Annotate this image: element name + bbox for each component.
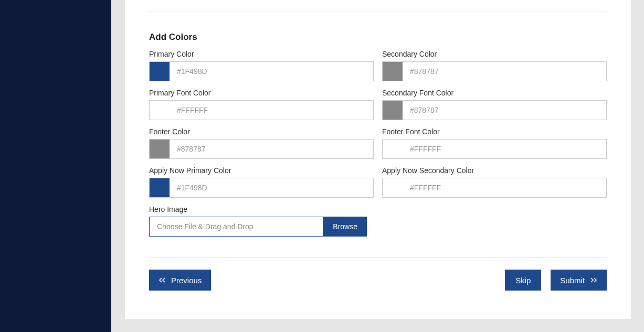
apply-secondary-color-input[interactable] xyxy=(403,178,606,197)
secondary-font-color-input[interactable] xyxy=(403,101,606,120)
skip-button-label: Skip xyxy=(515,276,531,285)
secondary-color-input[interactable] xyxy=(403,62,606,81)
primary-color-swatch[interactable] xyxy=(150,62,170,81)
primary-color-label: Primary Color xyxy=(149,50,374,58)
hero-image-label: Hero Image xyxy=(149,205,374,213)
apply-primary-color-swatch[interactable] xyxy=(150,178,170,197)
footer-color-input[interactable] xyxy=(170,140,373,158)
submit-button[interactable]: Submit xyxy=(551,270,607,291)
footer-color-swatch[interactable] xyxy=(150,140,170,158)
secondary-font-color-swatch[interactable] xyxy=(383,101,403,120)
section-title: Add Colors xyxy=(149,32,607,42)
footer-color-field[interactable] xyxy=(149,139,374,159)
apply-secondary-color-field[interactable] xyxy=(382,178,607,198)
sidebar-nav xyxy=(0,0,111,332)
hero-image-placeholder: Choose File & Drag and Drop xyxy=(157,222,254,231)
secondary-font-color-label: Secondary Font Color xyxy=(382,89,607,97)
footer-font-color-input[interactable] xyxy=(403,140,606,158)
chevron-double-left-icon xyxy=(159,277,166,283)
footer-color-label: Footer Color xyxy=(149,127,374,136)
apply-primary-color-input[interactable] xyxy=(170,178,373,197)
submit-button-label: Submit xyxy=(560,276,585,285)
secondary-color-swatch[interactable] xyxy=(383,62,403,81)
primary-font-color-swatch[interactable] xyxy=(150,101,170,120)
primary-color-input[interactable] xyxy=(170,62,373,81)
footer-font-color-swatch[interactable] xyxy=(383,140,403,158)
chevron-double-right-icon xyxy=(590,277,597,283)
apply-primary-color-label: Apply Now Primary Color xyxy=(149,166,374,175)
skip-button[interactable]: Skip xyxy=(505,270,541,291)
secondary-font-color-field[interactable] xyxy=(382,100,607,120)
browse-button[interactable]: Browse xyxy=(323,217,367,237)
primary-font-color-field[interactable] xyxy=(149,100,374,120)
apply-primary-color-field[interactable] xyxy=(149,178,374,198)
apply-secondary-color-label: Apply Now Secondary Color xyxy=(382,166,607,175)
apply-secondary-color-swatch[interactable] xyxy=(383,178,403,197)
footer-font-color-label: Footer Font Color xyxy=(382,127,607,136)
primary-font-color-input[interactable] xyxy=(170,101,373,120)
previous-button-label: Previous xyxy=(171,276,202,285)
hero-image-dropzone[interactable]: Choose File & Drag and Drop xyxy=(149,217,323,237)
previous-button[interactable]: Previous xyxy=(149,270,211,291)
primary-font-color-label: Primary Font Color xyxy=(149,89,374,97)
divider xyxy=(149,12,607,12)
divider xyxy=(149,258,607,258)
secondary-color-field[interactable] xyxy=(382,61,607,81)
secondary-color-label: Secondary Color xyxy=(382,50,607,58)
form-card: Add Colors Primary Color Secondary Color xyxy=(125,0,631,319)
primary-color-field[interactable] xyxy=(149,61,374,81)
footer-font-color-field[interactable] xyxy=(382,139,607,159)
